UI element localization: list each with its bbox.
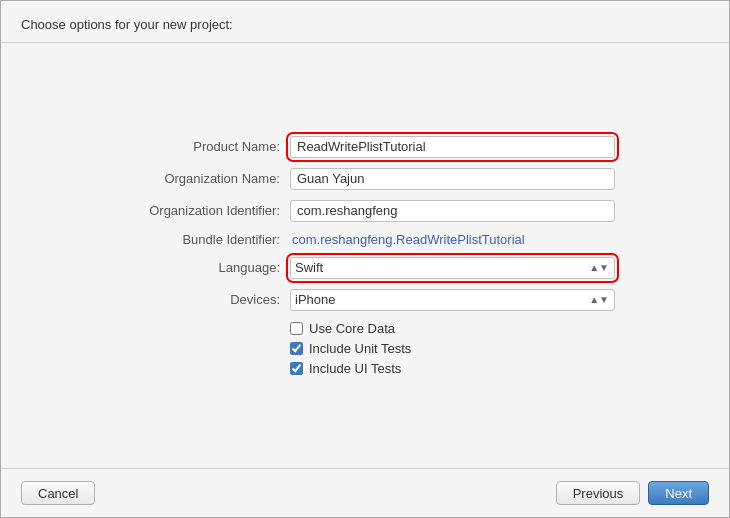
devices-select[interactable]: iPhone iPad Universal — [290, 289, 615, 311]
org-identifier-input[interactable] — [290, 200, 615, 222]
options-form: Product Name: Organization Name: Organiz… — [115, 136, 615, 376]
devices-row: Devices: iPhone iPad Universal ▲▼ — [115, 289, 615, 311]
include-unit-tests-checkbox[interactable] — [290, 342, 303, 355]
bundle-identifier-value: com.reshangfeng.ReadWritePlistTutorial — [290, 230, 527, 249]
language-select[interactable]: Swift Objective-C — [290, 257, 615, 279]
previous-button[interactable]: Previous — [556, 481, 641, 505]
next-button[interactable]: Next — [648, 481, 709, 505]
language-row: Language: Swift Objective-C ▲▼ — [115, 257, 615, 279]
org-identifier-label: Organization Identifier: — [115, 203, 290, 218]
use-core-data-label[interactable]: Use Core Data — [309, 321, 395, 336]
dialog-footer: Cancel Previous Next — [1, 468, 729, 517]
use-core-data-checkbox[interactable] — [290, 322, 303, 335]
include-ui-tests-checkbox[interactable] — [290, 362, 303, 375]
product-name-label: Product Name: — [115, 139, 290, 154]
dialog: Choose options for your new project: Pro… — [0, 0, 730, 518]
header-title: Choose options for your new project: — [21, 17, 233, 32]
devices-select-wrapper: iPhone iPad Universal ▲▼ — [290, 289, 615, 311]
checkboxes-container: Use Core Data Include Unit Tests Include… — [290, 321, 615, 376]
bundle-identifier-label: Bundle Identifier: — [115, 232, 290, 247]
use-core-data-row: Use Core Data — [290, 321, 615, 336]
product-name-row: Product Name: — [115, 136, 615, 158]
org-name-label: Organization Name: — [115, 171, 290, 186]
language-select-wrapper: Swift Objective-C ▲▼ — [290, 257, 615, 279]
product-name-control — [290, 136, 615, 158]
include-unit-tests-row: Include Unit Tests — [290, 341, 615, 356]
product-name-input[interactable] — [290, 136, 615, 158]
include-ui-tests-label[interactable]: Include UI Tests — [309, 361, 401, 376]
org-identifier-control — [290, 200, 615, 222]
language-label: Language: — [115, 260, 290, 275]
org-name-control — [290, 168, 615, 190]
org-name-input[interactable] — [290, 168, 615, 190]
include-ui-tests-row: Include UI Tests — [290, 361, 615, 376]
bundle-identifier-row: Bundle Identifier: com.reshangfeng.ReadW… — [115, 232, 615, 247]
language-control: Swift Objective-C ▲▼ — [290, 257, 615, 279]
devices-control: iPhone iPad Universal ▲▼ — [290, 289, 615, 311]
dialog-header: Choose options for your new project: — [1, 1, 729, 43]
org-name-row: Organization Name: — [115, 168, 615, 190]
footer-right: Previous Next — [556, 481, 709, 505]
bundle-identifier-control: com.reshangfeng.ReadWritePlistTutorial — [290, 232, 615, 247]
cancel-button[interactable]: Cancel — [21, 481, 95, 505]
include-unit-tests-label[interactable]: Include Unit Tests — [309, 341, 411, 356]
org-identifier-row: Organization Identifier: — [115, 200, 615, 222]
form-content: Product Name: Organization Name: Organiz… — [1, 43, 729, 468]
devices-label: Devices: — [115, 292, 290, 307]
